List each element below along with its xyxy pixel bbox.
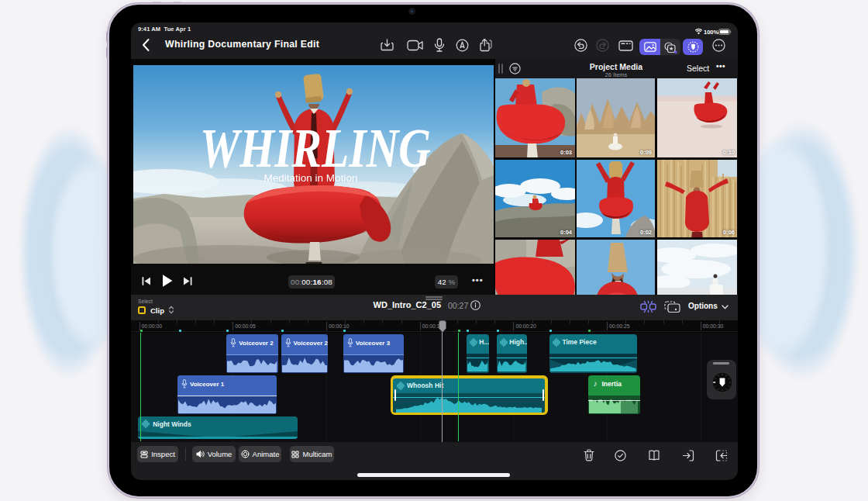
svg-text:100%: 100% xyxy=(704,29,719,36)
svg-text:WHIRLING: WHIRLING xyxy=(200,119,431,171)
